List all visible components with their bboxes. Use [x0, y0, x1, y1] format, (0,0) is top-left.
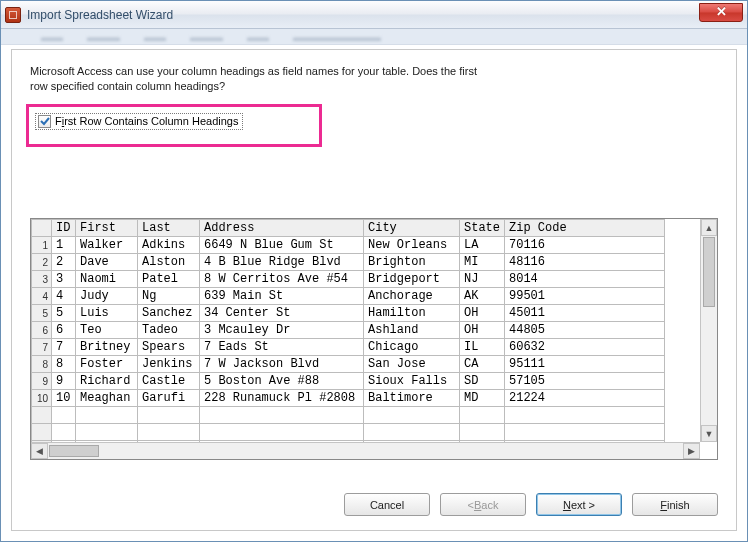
first-row-headings-checkbox[interactable]: First Row Contains Column Headings: [35, 113, 243, 130]
table-row[interactable]: 77BritneySpears7 Eads StChicagoIL60632: [32, 339, 665, 356]
cell-zip: 8014: [505, 271, 665, 288]
cell-zip: 60632: [505, 339, 665, 356]
vertical-scrollbar[interactable]: ▲ ▼: [700, 219, 717, 442]
cell-address: 3 Mcauley Dr: [200, 322, 364, 339]
close-icon: ✕: [716, 4, 727, 19]
scroll-left-arrow-icon[interactable]: ◀: [31, 443, 48, 459]
cell-city: Chicago: [364, 339, 460, 356]
titlebar: Import Spreadsheet Wizard ✕: [1, 1, 747, 29]
instruction-text: Microsoft Access can use your column hea…: [12, 50, 736, 100]
col-header-state[interactable]: State: [460, 220, 505, 237]
horizontal-scroll-thumb[interactable]: [49, 445, 99, 457]
cell-first: Walker: [76, 237, 138, 254]
cell-id: 9: [52, 373, 76, 390]
row-number: 3: [32, 271, 52, 288]
table-row[interactable]: 99RichardCastle5 Boston Ave #88Sioux Fal…: [32, 373, 665, 390]
cell-city: Anchorage: [364, 288, 460, 305]
table-row[interactable]: 55LuisSanchez34 Center StHamiltonOH45011: [32, 305, 665, 322]
horizontal-scrollbar[interactable]: ◀ ▶: [31, 442, 700, 459]
cell-address: 34 Center St: [200, 305, 364, 322]
col-header-first[interactable]: First: [76, 220, 138, 237]
cell-last: Jenkins: [138, 356, 200, 373]
cell-address: 6649 N Blue Gum St: [200, 237, 364, 254]
cell-first: Judy: [76, 288, 138, 305]
cell-city: Baltimore: [364, 390, 460, 407]
scroll-right-arrow-icon[interactable]: ▶: [683, 443, 700, 459]
col-header-id[interactable]: ID: [52, 220, 76, 237]
table-row-empty: [32, 424, 665, 441]
cell-id: 8: [52, 356, 76, 373]
cell-id: 3: [52, 271, 76, 288]
data-table: ID First Last Address City State Zip Cod…: [31, 219, 665, 442]
cell-address: 4 B Blue Ridge Blvd: [200, 254, 364, 271]
table-row[interactable]: 33NaomiPatel8 W Cerritos Ave #54Bridgepo…: [32, 271, 665, 288]
col-header-zip[interactable]: Zip Code: [505, 220, 665, 237]
wizard-buttons: Cancel < Back Next > Finish: [344, 493, 718, 516]
col-header-city[interactable]: City: [364, 220, 460, 237]
col-header-last[interactable]: Last: [138, 220, 200, 237]
checkbox-label: First Row Contains Column Headings: [55, 115, 238, 127]
cell-state: OH: [460, 322, 505, 339]
cell-zip: 44805: [505, 322, 665, 339]
vertical-scroll-thumb[interactable]: [703, 237, 715, 307]
cell-first: Richard: [76, 373, 138, 390]
row-number: 5: [32, 305, 52, 322]
cell-address: 639 Main St: [200, 288, 364, 305]
checkbox-box: [38, 115, 51, 128]
row-number: 9: [32, 373, 52, 390]
close-button[interactable]: ✕: [699, 3, 743, 22]
cell-id: 2: [52, 254, 76, 271]
grid-viewport: ID First Last Address City State Zip Cod…: [31, 219, 700, 442]
scroll-down-arrow-icon[interactable]: ▼: [701, 425, 717, 442]
cell-last: Tadeo: [138, 322, 200, 339]
cancel-button[interactable]: Cancel: [344, 493, 430, 516]
checkbox-highlight-box: First Row Contains Column Headings: [26, 104, 322, 147]
cell-last: Sanchez: [138, 305, 200, 322]
cell-state: OH: [460, 305, 505, 322]
table-row[interactable]: 88FosterJenkins7 W Jackson BlvdSan JoseC…: [32, 356, 665, 373]
header-row: ID First Last Address City State Zip Cod…: [32, 220, 665, 237]
checkmark-icon: [40, 116, 50, 126]
cell-state: LA: [460, 237, 505, 254]
row-number: 6: [32, 322, 52, 339]
col-header-address[interactable]: Address: [200, 220, 364, 237]
row-number: 10: [32, 390, 52, 407]
row-number: 7: [32, 339, 52, 356]
cell-id: 5: [52, 305, 76, 322]
cell-state: NJ: [460, 271, 505, 288]
cell-zip: 57105: [505, 373, 665, 390]
cell-last: Adkins: [138, 237, 200, 254]
next-button[interactable]: Next >: [536, 493, 622, 516]
cell-first: Britney: [76, 339, 138, 356]
cell-city: New Orleans: [364, 237, 460, 254]
access-app-icon: [5, 7, 21, 23]
cell-first: Meaghan: [76, 390, 138, 407]
scroll-up-arrow-icon[interactable]: ▲: [701, 219, 717, 236]
finish-button[interactable]: Finish: [632, 493, 718, 516]
cell-first: Luis: [76, 305, 138, 322]
cell-last: Patel: [138, 271, 200, 288]
instruction-line-1: Microsoft Access can use your column hea…: [30, 64, 718, 79]
cell-city: Hamilton: [364, 305, 460, 322]
cell-state: AK: [460, 288, 505, 305]
table-row[interactable]: 66TeoTadeo3 Mcauley DrAshlandOH44805: [32, 322, 665, 339]
table-row[interactable]: 1010MeaghanGarufi228 Runamuck Pl #2808Ba…: [32, 390, 665, 407]
wizard-panel: Microsoft Access can use your column hea…: [11, 49, 737, 531]
cell-last: Garufi: [138, 390, 200, 407]
cell-address: 7 W Jackson Blvd: [200, 356, 364, 373]
corner-cell: [32, 220, 52, 237]
instruction-line-2: row specified contain column headings?: [30, 79, 718, 94]
preview-grid: ID First Last Address City State Zip Cod…: [30, 218, 718, 460]
cell-first: Foster: [76, 356, 138, 373]
cell-first: Naomi: [76, 271, 138, 288]
cell-state: MD: [460, 390, 505, 407]
cell-city: Bridgeport: [364, 271, 460, 288]
table-row[interactable]: 22DaveAlston4 B Blue Ridge BlvdBrightonM…: [32, 254, 665, 271]
cell-address: 228 Runamuck Pl #2808: [200, 390, 364, 407]
cell-first: Teo: [76, 322, 138, 339]
cell-id: 4: [52, 288, 76, 305]
row-number: 1: [32, 237, 52, 254]
table-row[interactable]: 11WalkerAdkins6649 N Blue Gum StNew Orle…: [32, 237, 665, 254]
cell-zip: 48116: [505, 254, 665, 271]
table-row[interactable]: 44JudyNg639 Main StAnchorageAK99501: [32, 288, 665, 305]
